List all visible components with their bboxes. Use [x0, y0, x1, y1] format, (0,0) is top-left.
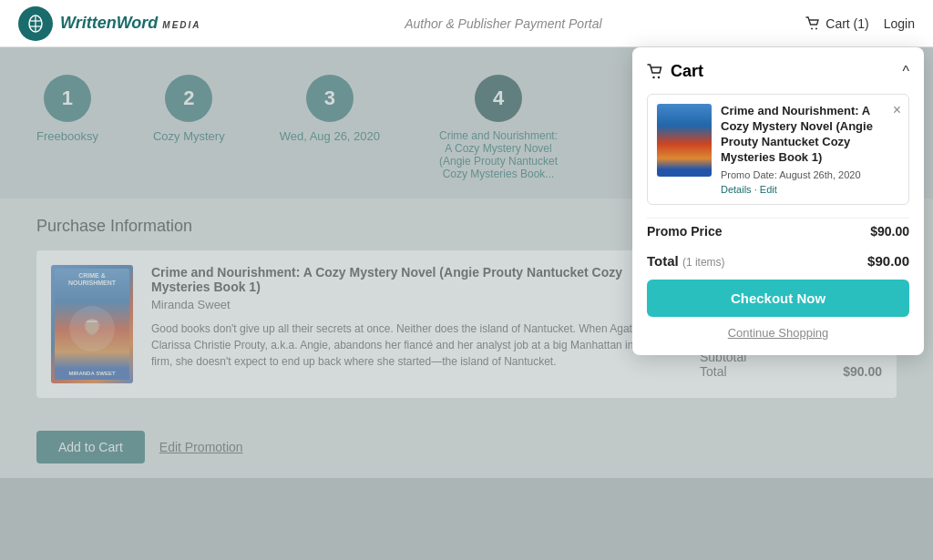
logo-text: WrittenWord MEDIA [60, 14, 201, 33]
cart-item-edit-link[interactable]: Edit [760, 184, 777, 195]
cart-item-title: Crime and Nourishment: A Cozy Mystery No… [721, 104, 899, 166]
cart-promo-price-value: $90.00 [870, 224, 909, 239]
cart-icon [805, 16, 820, 31]
cart-item-details-link[interactable]: Details [721, 184, 752, 195]
cart-dropdown: Cart ^ Crime and Nourishment: A Cozy Mys… [632, 47, 924, 355]
logo-area: WrittenWord MEDIA [18, 6, 201, 41]
cart-promo-price-label: Promo Price [647, 224, 722, 239]
cart-dropdown-title: Cart [647, 62, 703, 81]
cart-promo-price-row: Promo Price $90.00 [647, 218, 909, 244]
cart-total-row: Total (1 items) $90.00 [647, 244, 909, 280]
cart-collapse-button[interactable]: ^ [902, 64, 909, 80]
cart-label: Cart (1) [825, 16, 868, 31]
cart-total-value: $90.00 [867, 253, 909, 269]
continue-shopping-button[interactable]: Continue Shopping [647, 326, 909, 340]
header: WrittenWord MEDIA Author & Publisher Pay… [0, 0, 933, 47]
cart-item-links: Details · Edit [721, 184, 899, 195]
login-button[interactable]: Login [884, 16, 915, 31]
cart-dropdown-icon [647, 64, 663, 80]
cart-dropdown-header: Cart ^ [647, 62, 909, 81]
cart-item-close-button[interactable]: × [893, 102, 901, 118]
svg-point-10 [658, 76, 660, 77]
cart-button[interactable]: Cart (1) [805, 16, 868, 31]
portal-label: Author & Publisher Payment Portal [201, 16, 806, 31]
svg-point-4 [811, 27, 813, 29]
logo-icon [18, 6, 53, 41]
cart-item-details: Crime and Nourishment: A Cozy Mystery No… [721, 104, 899, 195]
cart-total-label: Total (1 items) [647, 253, 725, 269]
svg-point-9 [652, 76, 654, 77]
cart-item-promo-date: Promo Date: August 26th, 2020 [721, 169, 899, 180]
header-right: Cart (1) Login [805, 16, 915, 31]
checkout-now-button[interactable]: Checkout Now [647, 280, 909, 317]
svg-point-5 [815, 27, 817, 29]
cart-item-card: Crime and Nourishment: A Cozy Mystery No… [647, 94, 909, 205]
cart-item-thumbnail [657, 104, 712, 177]
